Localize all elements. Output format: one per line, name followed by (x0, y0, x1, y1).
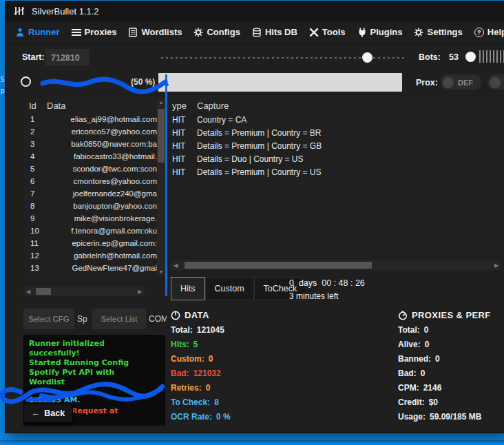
table-row[interactable]: 6cmontores@yahoo.com (23, 175, 165, 187)
scroll-up-icon[interactable]: ▲ (157, 98, 165, 106)
table-row[interactable]: 5scondor@twc.com:scon (23, 163, 165, 175)
table-row[interactable]: 7joelfernandez240@gma (23, 187, 165, 200)
help-icon: ? (474, 28, 484, 37)
nav-item-tools[interactable]: Tools (309, 27, 346, 37)
proxy-toggle-def[interactable]: DEF (441, 74, 482, 90)
proxy-toggle-partial[interactable]: C (487, 74, 504, 90)
scrollbar-thumb[interactable] (185, 262, 372, 269)
table-row[interactable]: HITDetails = Duo | Country = US (171, 152, 504, 165)
selected-config-name: Sp (77, 314, 91, 324)
column-header-id: Id (23, 101, 47, 111)
nav-item-help[interactable]: ? Help (474, 27, 504, 37)
runner-status-circle-icon (21, 76, 31, 87)
table-row[interactable]: 8banjoupton@yahoo.con (23, 200, 165, 212)
scroll-left-icon[interactable]: ◀ (23, 287, 33, 296)
app-window: SilverBullet 1.1.2 Runner Proxies Wordli… (6, 1, 504, 433)
start-input[interactable] (45, 49, 90, 66)
table-row[interactable]: HITCountry = CA (171, 113, 504, 126)
start-label: Start: (22, 52, 45, 62)
proxies-icon (72, 28, 81, 37)
silverbullet-logo-icon (14, 6, 25, 17)
select-cfg-button[interactable]: Select CFG (23, 309, 74, 329)
table-row[interactable]: HITDetails = Premium | Country = GB (171, 139, 504, 152)
scrollbar-thumb[interactable] (158, 109, 165, 163)
selected-list-name: COMBO (149, 314, 167, 324)
stat-proxy-alive: Alive:0 (398, 340, 504, 349)
prox-label: Prox: (416, 78, 438, 87)
secondary-slider-thumb[interactable] (465, 52, 476, 62)
settings-gear-icon (414, 28, 423, 37)
table-row[interactable]: 2ericorico57@yahoo.com (23, 125, 165, 138)
slider-tick-marks (479, 50, 504, 63)
proxies-stats-panel: PROXIES & PERF Total:0 Alive:0 Banned:0 … (398, 310, 504, 422)
plug-icon (357, 28, 367, 37)
data-stats-panel: DATA Total:121045 Hits:5 Custom:0 Bad:12… (171, 310, 377, 422)
stat-retries: Retries:0 (171, 383, 377, 393)
nav-item-label: Proxies (85, 27, 117, 37)
capture-panel: ype Capture HITCountry = CA HITDetails =… (171, 98, 504, 256)
table-row[interactable]: 10f.tenora@gmail.com:oku (23, 225, 165, 237)
scroll-right-icon[interactable]: ▶ (135, 287, 145, 296)
log-line: Runner initialized succesfully! (29, 339, 132, 358)
table-row[interactable]: 13GedNewFtene47@gmai (23, 262, 165, 274)
select-list-button[interactable]: Select List (92, 309, 146, 329)
nav-item-label: Plugins (370, 27, 403, 37)
nav-item-runner[interactable]: Runner (15, 27, 60, 37)
title-bar: SilverBullet 1.1.2 (6, 1, 504, 21)
table-row[interactable]: 4fabiocastro33@hotmail. (23, 150, 165, 163)
scrollbar-thumb[interactable] (36, 288, 51, 295)
bots-label: Bots: (419, 52, 441, 62)
nav-item-label: Settings (427, 27, 462, 37)
main-nav: Runner Proxies Wordlists (6, 21, 504, 44)
capture-header: ype Capture (171, 98, 504, 113)
stat-custom: Custom:0 (171, 354, 377, 364)
vertical-scrollbar[interactable]: ▲ ▼ (157, 98, 165, 276)
desktop-icon-text-fragment: p (1, 87, 5, 94)
nav-item-label: Runner (28, 27, 60, 37)
horizontal-scrollbar-left[interactable]: ◀ ▶ (23, 287, 145, 296)
horizontal-scrollbar-right[interactable]: ◀ ▶ (171, 260, 501, 270)
table-row[interactable]: HITDetails = Premium | Country = BR (171, 126, 504, 139)
scroll-down-icon[interactable]: ▼ (157, 267, 165, 276)
table-row[interactable]: 1elias_aj99@hotmail.com (23, 113, 165, 125)
back-button[interactable]: ← Back (23, 404, 73, 423)
stat-proxy-bad: Bad:0 (398, 369, 504, 378)
tab-hits[interactable]: Hits (171, 277, 205, 300)
table-row[interactable]: 11epicerin.ep@gmail.com: (23, 237, 165, 249)
stat-bad: Bad:121032 (171, 369, 377, 378)
nav-item-hitsdb[interactable]: Hits DB (252, 27, 297, 37)
elapsed-timer: 0 days 00 : 48 : 26 (289, 278, 365, 288)
column-header-data: Data (47, 101, 65, 111)
table-row[interactable]: 9mike@visionbrokerage. (23, 212, 165, 225)
toggle-knob-icon (490, 77, 501, 88)
wordlists-icon (128, 28, 138, 37)
configs-gear-icon (193, 28, 203, 37)
table-row[interactable]: HITDetails = Premium | Country = US (171, 165, 504, 178)
nav-item-settings[interactable]: Settings (414, 27, 462, 37)
nav-item-wordlists[interactable]: Wordlists (128, 27, 182, 37)
toggle-knob-icon (443, 77, 454, 88)
back-button-label: Back (44, 408, 65, 418)
bots-value: 53 (449, 52, 459, 62)
data-list-header: Id Data (23, 98, 165, 113)
bots-slider-thumb[interactable] (362, 52, 372, 63)
desktop-icon-text-fragment: 5 (1, 76, 5, 83)
nav-item-plugins[interactable]: Plugins (357, 27, 403, 37)
nav-item-label: Wordlists (141, 27, 182, 37)
toggle-label: DEF (458, 79, 473, 87)
nav-item-label: Configs (207, 27, 240, 37)
table-row[interactable]: 12gabrielnh@hotmail.com (23, 249, 165, 262)
panel-divider (165, 74, 167, 296)
scroll-right-icon[interactable]: ▶ (492, 260, 501, 270)
stat-usage: Usage:59.09/185 MB (398, 412, 504, 422)
nav-item-configs[interactable]: Configs (193, 27, 240, 37)
column-header-type: ype (171, 101, 197, 111)
column-header-capture: Capture (197, 101, 229, 111)
nav-item-proxies[interactable]: Proxies (72, 27, 117, 37)
scroll-left-icon[interactable]: ◀ (171, 260, 180, 270)
stat-ocr-rate: OCR Rate:0 % (171, 412, 377, 422)
table-row[interactable]: 3bak0850@naver.com:ba (23, 138, 165, 150)
runner-controls-row: Start: Bots: 53 (6, 45, 504, 70)
tab-custom[interactable]: Custom (205, 277, 254, 300)
stat-proxy-total: Total:0 (398, 325, 504, 335)
